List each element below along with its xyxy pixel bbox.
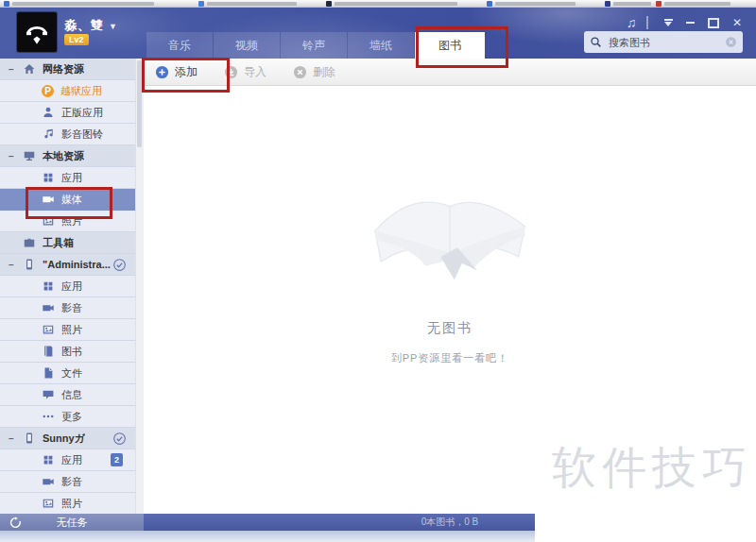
toolbar-button-label: 删除 — [313, 64, 335, 80]
sidebar-item-book[interactable]: 图书 — [0, 341, 135, 363]
magnifier-icon — [590, 36, 602, 48]
sidebar-row-label: 文件 — [61, 366, 82, 381]
collapse-icon[interactable]: − — [7, 433, 16, 444]
scrollbar-thumb[interactable] — [137, 60, 142, 147]
sidebar-row-label: 应用 — [61, 453, 82, 467]
clear-icon[interactable] — [725, 36, 737, 48]
bookmark-text-blur[interactable] — [495, 2, 576, 6]
close-button[interactable]: ✕ — [730, 15, 745, 30]
tab-3[interactable]: 铃声 — [281, 32, 347, 59]
toolbar-button-plus[interactable]: 添加 — [155, 64, 198, 80]
screenshot-root: 淼、雙▼ Lv2 ♫ ✕ 音乐视频铃声墙纸图书 − — [0, 0, 756, 542]
search-box — [584, 31, 743, 53]
sidebar-row-label: 影音 — [61, 475, 82, 489]
empty-title: 无图书 — [427, 320, 472, 337]
open-book-graphic — [366, 180, 534, 286]
watermark-text: 软件技巧 — [552, 438, 752, 498]
collapse-icon[interactable]: − — [7, 260, 16, 270]
chevron-down-icon: ▼ — [109, 22, 118, 31]
toolbar-button-delete[interactable]: 删除 — [293, 64, 335, 80]
toolbar-button-label: 导入 — [244, 64, 266, 80]
check-circle-icon[interactable] — [112, 432, 127, 446]
bookmark-text-blur[interactable] — [664, 2, 730, 6]
sidebar-item-file[interactable]: 文件 — [0, 363, 135, 384]
sidebar-section-home[interactable]: −网络资源 — [0, 59, 135, 80]
bookmark-text-blur[interactable] — [335, 2, 457, 6]
bookmark-text-blur[interactable] — [12, 2, 154, 6]
sidebar-item-app-grid[interactable]: 应用2 — [0, 449, 135, 471]
titlebar: 淼、雙▼ Lv2 ♫ ✕ 音乐视频铃声墙纸图书 — [0, 8, 756, 59]
sidebar-item-video-camera[interactable]: 影音 — [0, 297, 135, 319]
chat-icon — [42, 388, 55, 401]
tab-5-active[interactable]: 图书 — [415, 32, 485, 59]
menu-icon[interactable] — [660, 15, 677, 30]
sidebar-row-label: 影音图铃 — [61, 127, 103, 142]
search-input[interactable] — [607, 36, 720, 49]
sidebar-item-app-grid[interactable]: 应用 — [0, 167, 135, 189]
bookmark-text-blur[interactable] — [207, 2, 297, 6]
photo-icon — [42, 214, 55, 228]
sidebar-scrollbar[interactable] — [135, 59, 144, 514]
sidebar-item-video-camera[interactable]: 影音 — [0, 471, 135, 493]
level-badge[interactable]: Lv2 — [64, 34, 89, 45]
username: 淼、雙 — [64, 18, 104, 32]
favicon-icon[interactable] — [605, 1, 610, 7]
sidebar-section-briefcase[interactable]: 工具箱 — [0, 232, 135, 254]
sidebar-item-app-grid[interactable]: 应用 — [0, 276, 135, 297]
sidebar-item-video-camera[interactable]: 媒体 — [0, 189, 135, 211]
sidebar-row-label: 更多 — [61, 410, 82, 424]
favicon-icon[interactable] — [656, 1, 662, 7]
favicon-icon[interactable] — [198, 1, 204, 7]
sidebar-item-p-logo[interactable]: P越狱应用 — [0, 80, 135, 102]
resource-tabs: 音乐视频铃声墙纸图书 — [146, 32, 485, 59]
video-camera-icon — [42, 475, 55, 488]
video-camera-icon — [42, 301, 55, 314]
minimize-button[interactable] — [682, 15, 697, 30]
task-status[interactable]: 无任务 — [0, 514, 144, 531]
tab-1[interactable]: 音乐 — [146, 32, 213, 59]
favicon-icon[interactable] — [326, 1, 332, 7]
phone-icon — [23, 432, 36, 445]
bookmark-text-blur[interactable] — [613, 2, 651, 6]
music-icon[interactable]: ♫ — [623, 15, 640, 30]
tab-4[interactable]: 墙纸 — [348, 32, 414, 59]
favicon-icon[interactable] — [4, 1, 9, 7]
sidebar-section-phone[interactable]: −"Administra... — [0, 254, 135, 276]
favicon-icon[interactable] — [487, 1, 492, 7]
sidebar-row-label: 本地资源 — [43, 149, 84, 163]
import-circle-icon — [224, 65, 238, 79]
monitor-icon — [23, 149, 36, 162]
sidebar-item-person[interactable]: 正版应用 — [0, 102, 135, 124]
sidebar-row-label: 信息 — [61, 388, 82, 402]
titlebar-divider — [646, 16, 648, 29]
username-menu[interactable]: 淼、雙▼ — [64, 17, 118, 34]
sidebar-item-music-note[interactable]: 影音图铃 — [0, 124, 135, 145]
sidebar-row-label: 越狱应用 — [60, 84, 102, 98]
collapse-icon[interactable]: − — [7, 64, 16, 75]
app-grid-icon — [42, 453, 55, 466]
pp-logo-icon — [24, 19, 50, 45]
check-circle-icon[interactable] — [112, 258, 127, 272]
sidebar-section-phone[interactable]: −Sunnyガ — [0, 428, 135, 449]
sidebar-item-photo[interactable]: 照片 — [0, 493, 135, 514]
sidebar-item-chat[interactable]: 信息 — [0, 384, 135, 406]
sidebar-item-photo[interactable]: 照片 — [0, 211, 135, 232]
count-badge: 2 — [111, 453, 123, 466]
sidebar-row-label: 图书 — [61, 345, 82, 359]
photo-icon — [42, 497, 55, 510]
toolbar-button-import[interactable]: 导入 — [224, 64, 266, 80]
maximize-button[interactable] — [706, 15, 721, 30]
sidebar-item-more-dots[interactable]: 更多 — [0, 406, 135, 428]
browser-bookmarks-strip — [0, 0, 756, 8]
sidebar-row-label: 正版应用 — [61, 106, 103, 120]
collapse-icon[interactable]: − — [7, 151, 16, 161]
music-note-icon — [42, 127, 55, 141]
sidebar-section-monitor[interactable]: −本地资源 — [0, 145, 135, 167]
sidebar-item-photo[interactable]: 照片 — [0, 319, 135, 341]
home-icon — [23, 62, 36, 76]
avatar[interactable] — [17, 12, 57, 52]
tab-2[interactable]: 视频 — [214, 32, 280, 59]
book-icon — [42, 345, 55, 358]
app-grid-icon — [42, 171, 55, 184]
sidebar-row-label: 网络资源 — [43, 62, 84, 76]
